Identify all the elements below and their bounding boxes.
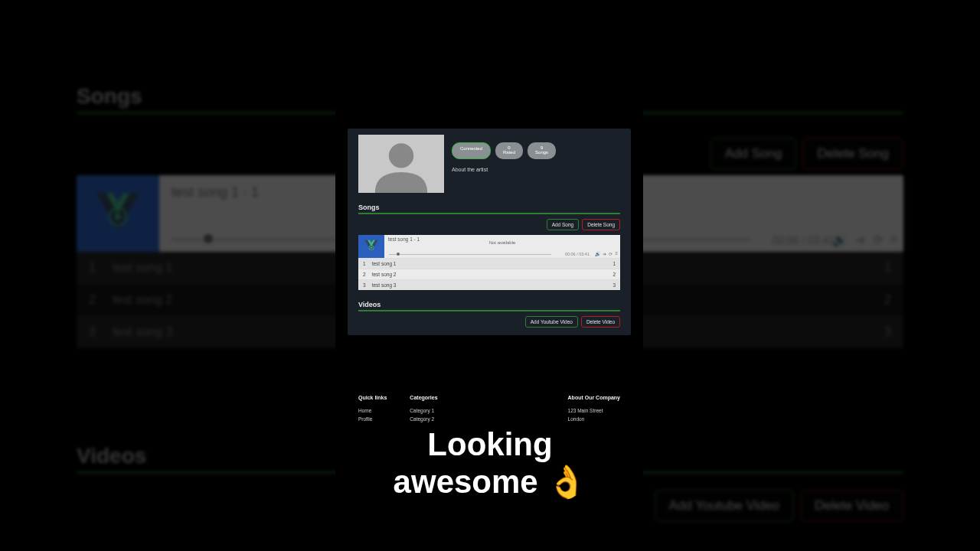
volume-icon[interactable]: 🔊 — [595, 251, 600, 256]
footer-link[interactable]: Category 1 — [410, 406, 437, 416]
connected-label: Connected — [460, 146, 482, 152]
player-thumbnail[interactable] — [358, 235, 384, 258]
delete-video-button[interactable]: Delete Video — [581, 316, 620, 328]
row-index: 2 — [89, 293, 96, 307]
artist-page: Connected 0Rated 9Songs About the artist… — [348, 129, 631, 335]
video-caption: Looking awesome 👌 — [0, 426, 980, 500]
list-item[interactable]: 1test song 11 — [358, 258, 620, 269]
caption-line-2: awesome 👌 — [0, 464, 980, 500]
footer-heading: Quick links — [358, 393, 387, 403]
row-index: 1 — [363, 261, 366, 266]
svg-point-1 — [389, 143, 413, 168]
player-controls: 🔊 ➔ ⟳ ≡ — [595, 251, 618, 256]
player-track-no: 1 — [251, 184, 259, 200]
caption-line-1: Looking — [0, 426, 980, 463]
list-icon[interactable]: ≡ — [890, 233, 897, 247]
repeat-icon[interactable]: ⟳ — [873, 233, 883, 247]
progress-knob[interactable] — [397, 253, 400, 256]
next-icon[interactable]: ➔ — [855, 233, 865, 247]
progress-knob[interactable] — [204, 234, 213, 243]
player-thumbnail[interactable] — [77, 175, 159, 252]
not-available-label: Not available — [489, 240, 516, 245]
footer-text: London — [568, 415, 620, 424]
row-index: 2 — [363, 272, 366, 277]
list-item[interactable]: 3test song 33 — [358, 279, 620, 290]
profile-meta: Connected 0Rated 9Songs About the artist — [452, 135, 620, 172]
site-footer: Quick links Home Profile Categories Cate… — [348, 387, 631, 430]
row-title: test song 2 — [113, 293, 172, 307]
player-time: 00:06 / 03:41 — [565, 252, 590, 256]
footer-heading: Categories — [410, 393, 437, 403]
footer-link[interactable]: Category 2 — [410, 415, 437, 424]
mobile-songs-heading: Songs — [358, 204, 620, 214]
player-body: test song 1 - 1 Not available 00:06 / 03… — [384, 235, 620, 258]
player-controls: 🔊 ➔ ⟳ ≡ — [832, 233, 897, 247]
row-title: test song 3 — [113, 325, 172, 339]
delete-song-button[interactable]: Delete Song — [582, 219, 620, 230]
about-artist-label: About the artist — [452, 167, 620, 172]
rated-label: Rated — [503, 150, 515, 156]
row-index: 1 — [89, 261, 96, 275]
row-index: 3 — [89, 325, 96, 339]
row-index: 3 — [363, 282, 366, 288]
person-silhouette-icon — [367, 138, 436, 193]
row-count: 2 — [884, 293, 891, 307]
player-song-name: test song 1 — [172, 184, 239, 200]
footer-link[interactable]: Home — [358, 406, 387, 416]
add-song-button[interactable]: Add Song — [710, 138, 797, 170]
add-youtube-video-button[interactable]: Add Youtube Video — [525, 316, 578, 328]
row-count: 1 — [612, 261, 616, 266]
footer-col-categories: Categories Category 1 Category 2 — [410, 393, 437, 424]
footer-col-about: About Our Company 123 Main Street London — [568, 393, 620, 424]
row-count: 3 — [612, 282, 616, 288]
stats-pills: Connected 0Rated 9Songs — [452, 142, 620, 159]
row-title: test song 2 — [372, 272, 397, 277]
row-title: test song 3 — [372, 282, 397, 288]
footer-link[interactable]: Profile — [358, 415, 387, 424]
repeat-icon[interactable]: ⟳ — [609, 251, 612, 256]
volume-icon[interactable]: 🔊 — [832, 233, 848, 247]
player-sep: - — [239, 184, 251, 200]
avatar[interactable] — [358, 135, 444, 193]
list-item[interactable]: 2test song 22 — [358, 269, 620, 279]
add-song-button[interactable]: Add Song — [547, 219, 580, 230]
progress-bar[interactable] — [389, 254, 551, 256]
mobile-song-list: 1test song 11 2test song 22 3test song 3… — [358, 258, 620, 290]
songs-label: Songs — [535, 150, 548, 156]
vue-play-icon — [363, 238, 380, 255]
row-count: 3 — [884, 325, 891, 339]
next-icon[interactable]: ➔ — [603, 251, 606, 256]
delete-song-button[interactable]: Delete Song — [802, 138, 903, 170]
mobile-audio-player: test song 1 - 1 Not available 00:06 / 03… — [358, 235, 620, 258]
row-count: 1 — [884, 261, 891, 275]
player-time: 00:06 / 03:41 — [772, 234, 835, 246]
footer-col-quicklinks: Quick links Home Profile — [358, 393, 387, 424]
songs-pill[interactable]: 9Songs — [528, 142, 556, 159]
mobile-videos-heading: Videos — [358, 301, 620, 311]
mobile-videos-buttons: Add Youtube Video Delete Video — [358, 316, 620, 328]
footer-text: 123 Main Street — [568, 406, 620, 416]
row-title: test song 1 — [113, 261, 172, 275]
list-icon[interactable]: ≡ — [615, 251, 618, 256]
rated-pill[interactable]: 0Rated — [495, 142, 523, 159]
vue-play-icon — [91, 187, 145, 240]
mobile-songs-buttons: Add Song Delete Song — [358, 219, 620, 230]
footer-heading: About Our Company — [568, 393, 620, 403]
bg-songs-buttons: Add Song Delete Song — [710, 138, 903, 170]
connected-pill[interactable]: Connected — [452, 142, 491, 159]
row-title: test song 1 — [372, 261, 397, 266]
row-count: 2 — [612, 272, 616, 277]
profile-row: Connected 0Rated 9Songs About the artist — [358, 135, 620, 193]
